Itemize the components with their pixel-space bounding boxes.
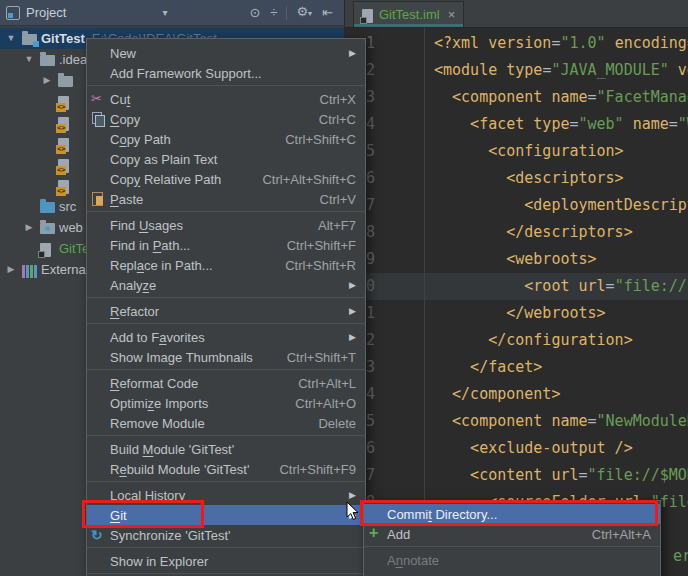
code-line-8[interactable]: </descriptors> [434, 219, 633, 246]
paste-icon [90, 191, 106, 207]
menu-item-refactor[interactable]: Refactor▶ [87, 301, 365, 321]
tree-expanded-arrow-icon[interactable]: ▼ [22, 49, 36, 70]
code-line-9[interactable]: <webroots> [434, 246, 597, 273]
chevron-down-icon[interactable]: ▾ [162, 6, 167, 19]
menu-item-label: Reformat Code [110, 376, 198, 391]
settings-gear-icon[interactable]: ⚙▾ [296, 5, 312, 20]
menu-icon-spacer [90, 303, 106, 319]
code-line-6[interactable]: <descriptors> [434, 165, 624, 192]
menu-item-add-framework-support[interactable]: Add Framework Support... [87, 63, 365, 83]
menu-icon-spacer [90, 349, 106, 365]
menu-shortcut: Ctrl+Shift+R [263, 258, 356, 273]
menu-item-new[interactable]: New▶ [87, 43, 365, 63]
menu-item-show-image-thumbnails[interactable]: Show Image ThumbnailsCtrl+Shift+T [87, 347, 365, 367]
code-token: "1.0" [560, 34, 605, 52]
menu-icon-spacer [90, 395, 106, 411]
code-token: type [533, 115, 569, 133]
menu-item-copy-path[interactable]: Copy PathCtrl+Shift+C [87, 129, 365, 149]
menu-item-annotate[interactable]: Annotate [364, 550, 660, 570]
code-token: <content [434, 466, 551, 484]
tree-collapsed-arrow-icon[interactable]: ▶ [40, 70, 54, 91]
menu-item-reformat-code[interactable]: Reformat CodeCtrl+Alt+L [87, 373, 365, 393]
tree-label: GitTest [41, 28, 85, 49]
code-token: <deploymentDescript [434, 196, 688, 214]
code-token: url [551, 466, 578, 484]
menu-item-label: Show Image Thumbnails [110, 350, 253, 365]
code-line-13[interactable]: </facet> [434, 354, 542, 381]
tree-collapsed-arrow-icon[interactable]: ▶ [4, 259, 18, 280]
code-token: = [606, 277, 615, 295]
code-line-4[interactable]: <facet type="web" name="W [434, 111, 688, 138]
code-line-10[interactable]: <root url="file://$ [434, 273, 688, 300]
code-token: name [551, 88, 587, 106]
code-line-2[interactable]: <module type="JAVA_MODULE" ve [434, 57, 688, 84]
locate-icon[interactable]: ⊙ [249, 6, 260, 19]
menu-item-label: Show in Explorer [110, 554, 208, 569]
code-line-14[interactable]: </component> [434, 381, 560, 408]
project-tool-icon [6, 6, 20, 20]
menu-icon-spacer [90, 441, 106, 457]
code-token [624, 115, 633, 133]
close-tab-icon[interactable]: × [448, 8, 456, 21]
menu-item-show-in-explorer[interactable]: Show in Explorer [87, 551, 365, 571]
menu-item-label: Replace in Path... [110, 258, 213, 273]
tree-label: .idea [59, 49, 87, 70]
menu-separator [87, 481, 365, 482]
menu-item-rebuild-module-gittest[interactable]: Rebuild Module 'GitTest'Ctrl+Shift+F9 [87, 459, 365, 479]
menu-item-copy[interactable]: CopyCtrl+C [87, 109, 365, 129]
folder-icon [40, 55, 55, 66]
menu-item-cut[interactable]: CutCtrl+X [87, 89, 365, 109]
menu-icon-spacer [90, 375, 106, 391]
menu-item-label: Find in Path... [110, 238, 190, 253]
code-line-15[interactable]: <component name="NewModuleR [434, 408, 688, 435]
menu-separator [87, 211, 365, 212]
menu-item-add-to-favorites[interactable]: Add to Favorites▶ [87, 327, 365, 347]
menu-item-label: Optimize Imports [110, 396, 208, 411]
tree-collapsed-arrow-icon[interactable]: ▶ [22, 217, 36, 238]
menu-item-copy-as-plain-text[interactable]: Copy as Plain Text [87, 149, 365, 169]
tab-label: GitTest.iml [379, 7, 440, 22]
code-line-11[interactable]: </webroots> [434, 300, 606, 327]
menu-shortcut: Ctrl+Shift+F9 [257, 462, 356, 477]
code-token: "web" [579, 115, 624, 133]
menu-item-build-module-gittest[interactable]: Build Module 'GitTest' [87, 439, 365, 459]
menu-item-analyze[interactable]: Analyze▶ [87, 275, 365, 295]
code-token: name [633, 115, 669, 133]
menu-shortcut: Delete [296, 416, 356, 431]
code-token: ve [678, 61, 688, 79]
menu-shortcut: Ctrl+Alt+O [273, 396, 356, 411]
menu-item-label: Copy Relative Path [110, 172, 221, 187]
menu-item-synchronize-gittest[interactable]: Synchronize 'GitTest' [87, 525, 365, 545]
external-lib-icon [22, 265, 37, 278]
code-line-1[interactable]: <?xml version="1.0" encoding= [434, 30, 688, 57]
gutter-separator [424, 28, 425, 576]
collapse-all-icon[interactable]: ÷ [270, 6, 277, 19]
menu-icon-spacer [90, 151, 106, 167]
menu-item-copy-relative-path[interactable]: Copy Relative PathCtrl+Alt+Shift+C [87, 169, 365, 189]
xml-file-icon [58, 138, 69, 152]
code-line-7[interactable]: <deploymentDescript [434, 192, 688, 219]
tab-gittest-iml[interactable]: GitTest.iml × [353, 1, 464, 27]
xml-file-icon [58, 180, 69, 194]
code-editor[interactable]: 123456789101112131415161718 <?xml versio… [344, 28, 688, 576]
menu-item-paste[interactable]: PasteCtrl+V [87, 189, 365, 209]
code-token: "JAVA_MODULE" [551, 61, 668, 79]
menu-item-remove-module[interactable]: Remove ModuleDelete [87, 413, 365, 433]
code-line-3[interactable]: <component name="FacetManag [434, 84, 688, 111]
code-line-5[interactable]: <configuration> [434, 138, 624, 165]
menu-item-label: Refactor [110, 304, 159, 319]
menu-item-replace-in-path[interactable]: Replace in Path...Ctrl+Shift+R [87, 255, 365, 275]
menu-icon-spacer [90, 237, 106, 253]
tree-expanded-arrow-icon[interactable]: ▼ [4, 28, 18, 49]
code-line-12[interactable]: </configuration> [434, 327, 633, 354]
menu-item-add[interactable]: AddCtrl+Alt+A [364, 524, 660, 544]
folder-web-icon [40, 223, 55, 234]
tree-row-text: .idea [59, 49, 87, 70]
hide-panel-icon[interactable]: ⇤ [322, 6, 333, 19]
code-line-16[interactable]: <exclude-output /> [434, 435, 633, 462]
menu-item-find-usages[interactable]: Find UsagesAlt+F7 [87, 215, 365, 235]
menu-item-find-in-path[interactable]: Find in Path...Ctrl+Shift+F [87, 235, 365, 255]
code-line-17[interactable]: <content url="file://$MOD [434, 462, 688, 489]
menu-item-optimize-imports[interactable]: Optimize ImportsCtrl+Alt+O [87, 393, 365, 413]
sync-icon [90, 527, 106, 543]
